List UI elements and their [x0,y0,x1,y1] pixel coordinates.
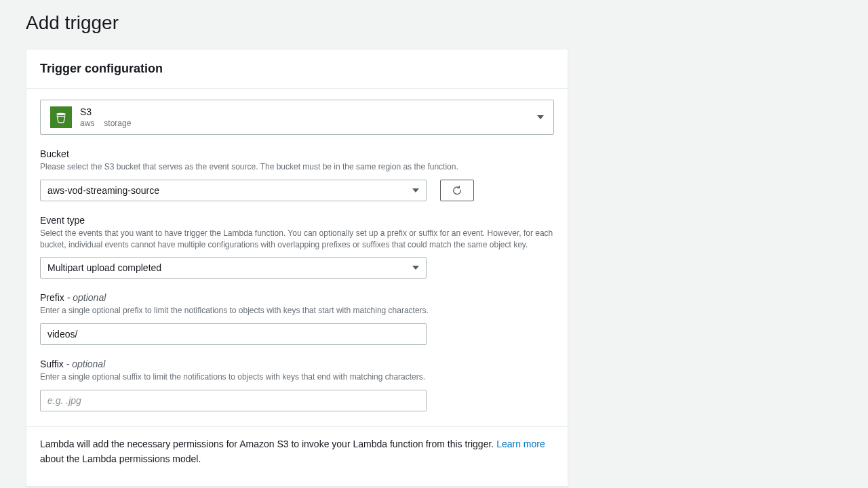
event-type-select-value: Multipart upload completed [47,262,161,273]
event-type-hint: Select the events that you want to have … [40,228,554,251]
service-name: S3 [80,106,131,118]
event-type-field: Event type Select the events that you wa… [40,215,554,279]
page-title: Add trigger [26,12,842,34]
s3-icon [50,106,72,128]
event-type-select[interactable]: Multipart upload completed [40,257,427,279]
service-subtext: awsstorage [80,119,131,128]
prefix-field: Prefix - optional Enter a single optiona… [40,292,554,345]
event-type-label: Event type [40,215,554,226]
learn-more-link[interactable]: Learn more [496,439,545,449]
permissions-note: Lambda will add the necessary permission… [40,427,554,479]
bucket-select[interactable]: aws-vod-streaming-source [40,180,427,201]
bucket-field: Bucket Please select the S3 bucket that … [40,148,554,201]
service-source-select[interactable]: S3 awsstorage [40,100,554,135]
bucket-hint: Please select the S3 bucket that serves … [40,161,554,173]
prefix-hint: Enter a single optional prefix to limit … [40,305,554,317]
suffix-label: Suffix - optional [40,359,554,369]
chevron-down-icon [412,266,419,270]
refresh-icon [452,185,462,196]
card-header: Trigger configuration [26,49,568,89]
prefix-input-wrapper [40,323,427,345]
bucket-select-value: aws-vod-streaming-source [47,185,159,196]
suffix-field: Suffix - optional Enter a single optiona… [40,359,554,411]
chevron-down-icon [537,115,544,119]
chevron-down-icon [412,188,419,192]
suffix-input-wrapper [40,390,427,411]
bucket-label: Bucket [40,148,554,159]
refresh-buckets-button[interactable] [440,180,474,201]
suffix-input[interactable] [47,395,419,406]
prefix-label: Prefix - optional [40,292,554,303]
suffix-hint: Enter a single optional suffix to limit … [40,371,554,383]
trigger-config-card: Trigger configuration S3 awsstorage [26,49,568,487]
card-heading: Trigger configuration [40,62,554,76]
prefix-input[interactable] [47,329,419,340]
